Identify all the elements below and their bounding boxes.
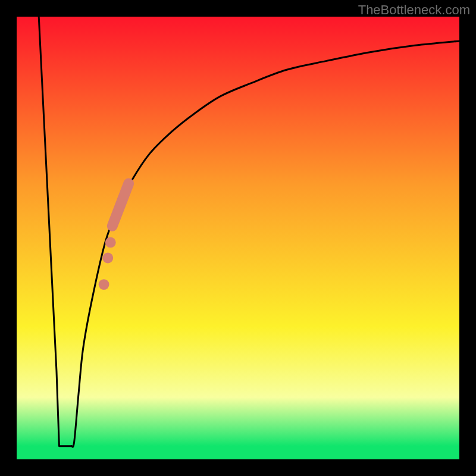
marker-dot: [105, 237, 116, 248]
highlight-capsule: [112, 183, 129, 226]
chart-stage: TheBottleneck.com: [0, 0, 476, 476]
bottleneck-curve: [39, 17, 459, 447]
chart-curve-layer: [0, 0, 476, 476]
highlight-markers: [99, 237, 116, 290]
marker-dot: [102, 253, 113, 264]
watermark-label: TheBottleneck.com: [358, 2, 470, 18]
marker-dot: [99, 279, 109, 290]
